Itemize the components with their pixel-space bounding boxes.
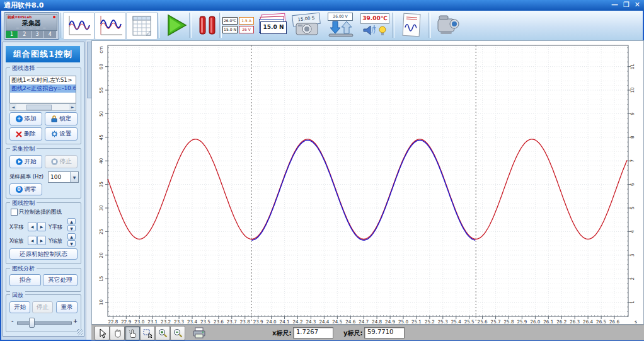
pan-tool-button[interactable] <box>125 326 140 340</box>
start-acquisition-button[interactable] <box>160 12 192 38</box>
channel-tab-1[interactable]: 1 <box>6 31 18 38</box>
scroll-thumb[interactable] <box>26 105 52 110</box>
replay-stop-label: 停止 <box>37 303 49 311</box>
svg-text:s: s <box>635 319 637 324</box>
svg-text:45: 45 <box>98 134 104 140</box>
svg-text:23.2: 23.2 <box>161 319 171 324</box>
x-pan-right-button[interactable]: ▶ <box>37 222 46 231</box>
svg-text:25.6: 25.6 <box>478 319 488 324</box>
only-selected-checkbox[interactable] <box>11 209 18 216</box>
svg-text:23.1: 23.1 <box>147 319 158 324</box>
curve-list-item[interactable]: 图线1<X:时间,左Y:S1> <box>10 76 76 84</box>
reset-view-button[interactable]: 还原初始控制状态 <box>9 248 78 260</box>
svg-text:15: 15 <box>98 276 104 282</box>
collector-device-button[interactable]: 朗威®DISLab 采集器 — — — — — 1 2 3 4 <box>4 12 59 40</box>
svg-text:25.7: 25.7 <box>491 319 501 324</box>
close-button[interactable]: ✕ <box>635 1 640 9</box>
svg-text:26.4: 26.4 <box>583 319 593 324</box>
delete-curve-button[interactable]: 删除 <box>9 127 42 141</box>
replay-start-label: 开始 <box>14 303 26 311</box>
fit-label: 拟合 <box>20 276 32 284</box>
scroll-left-icon[interactable]: ◄ <box>10 104 16 110</box>
zero-button[interactable]: 0 调零 <box>9 183 42 195</box>
select-tool-button[interactable] <box>95 326 110 340</box>
replay-start-button[interactable]: 开始 <box>9 301 30 313</box>
replay-slider-thumb[interactable] <box>29 318 35 328</box>
combo-dropdown-icon[interactable]: ▼ <box>70 172 78 182</box>
lock-label: 锁定 <box>59 115 71 123</box>
svg-text:5: 5 <box>630 207 635 210</box>
graph-window-button[interactable] <box>95 12 126 40</box>
svg-text:9: 9 <box>630 112 635 115</box>
chart-area[interactable]: 22.822.923.023.123.223.323.423.523.623.7… <box>91 40 644 325</box>
settings-curve-button[interactable]: 设置 <box>45 127 78 141</box>
curve-list[interactable]: 图线1<X:时间,左Y:S1> 图线2<正弦拟合y=-10.6195*s <box>9 76 76 103</box>
report-button[interactable] <box>396 12 427 38</box>
lock-curve-button[interactable]: 锁定 <box>45 112 78 125</box>
y-ruler-value[interactable]: 59.7710 <box>364 327 405 338</box>
svg-text:26.5: 26.5 <box>596 319 606 324</box>
maximize-button[interactable]: ❐ <box>623 1 630 9</box>
zoom-region-tool-button[interactable] <box>140 326 155 340</box>
channel-tab-2[interactable]: 2 <box>18 31 30 38</box>
curve-list-item-selected[interactable]: 图线2<正弦拟合y=-10.6195*s <box>10 84 76 93</box>
channel-tab-3[interactable]: 3 <box>32 31 43 38</box>
combined-graph-button[interactable] <box>63 12 95 40</box>
svg-text:23.9: 23.9 <box>253 319 263 324</box>
svg-text:4: 4 <box>630 230 635 233</box>
channel-tab-4[interactable]: 4 <box>44 31 56 38</box>
collector-screen: 朗威®DISLab 采集器 — — — — — <box>6 14 57 31</box>
svg-text:22.9: 22.9 <box>121 319 131 324</box>
replay-stop-button[interactable]: 停止 <box>32 301 53 313</box>
meters-window-button[interactable]: 26.0℃ 1.5 A 15.0 N 26 V <box>222 12 255 38</box>
y-pan-down-button[interactable]: ▼ <box>67 225 76 231</box>
pause-acquisition-button[interactable] <box>192 12 223 38</box>
table-window-button[interactable] <box>126 12 158 40</box>
big-meter-button[interactable]: 15.0 N <box>256 12 289 38</box>
other-processing-button[interactable]: 其它处理 <box>43 274 78 286</box>
meters-icon: 26.0℃ 1.5 A 15.0 N 26 V <box>222 17 254 33</box>
gear-icon <box>51 130 58 137</box>
svg-text:23.0: 23.0 <box>134 319 144 324</box>
group-acquisition-label: 采集控制 <box>10 145 37 153</box>
svg-text:24.3: 24.3 <box>306 319 316 324</box>
x-zoom-in-button[interactable]: ▶ <box>37 236 46 245</box>
only-selected-label: 只控制选择的图线 <box>19 209 62 216</box>
acq-stop-button[interactable]: 停止 <box>45 155 78 168</box>
print-button[interactable] <box>190 325 209 340</box>
hand-icon <box>112 328 123 338</box>
fit-button[interactable]: 拟合 <box>9 274 41 286</box>
add-curve-button[interactable]: + 添加 <box>9 112 42 125</box>
meter-volt: 26 V <box>239 26 254 33</box>
zoom-out-tool-button[interactable] <box>170 326 185 340</box>
data-transfer-button[interactable]: 26.00 V <box>324 12 357 38</box>
svg-text:11: 11 <box>630 64 635 69</box>
replay-rerecord-button[interactable]: 重录 <box>56 301 78 313</box>
svg-text:24.6: 24.6 <box>345 319 355 324</box>
video-button[interactable] <box>431 12 464 38</box>
minimize-button[interactable]: — <box>611 1 618 9</box>
y-zoom-up-button[interactable]: ▲ <box>67 233 76 240</box>
y-pan-up-button[interactable]: ▲ <box>67 218 76 224</box>
scroll-right-icon[interactable]: ► <box>69 104 76 110</box>
sample-rate-combobox[interactable]: 100 ▼ <box>48 171 79 183</box>
snapshot-button[interactable]: 15.00 S <box>290 12 323 38</box>
x-ruler-value[interactable]: 1.7267 <box>293 327 333 338</box>
chart-svg[interactable]: 22.822.923.023.123.223.323.423.523.623.7… <box>92 41 643 324</box>
curve-list-hscrollbar[interactable]: ◄ ► <box>9 103 76 111</box>
x-pan-left-button[interactable]: ◀ <box>28 222 37 231</box>
panel-resize-grip[interactable] <box>77 329 83 335</box>
replay-slider-track[interactable] <box>17 321 72 325</box>
svg-text:23.3: 23.3 <box>174 319 184 324</box>
svg-text:cm: cm <box>98 46 104 53</box>
temp-control-button[interactable]: 39.00℃ <box>358 12 391 38</box>
acq-start-button[interactable]: 开始 <box>9 155 42 168</box>
zoom-in-tool-button[interactable] <box>155 326 170 340</box>
grab-tool-button[interactable] <box>110 326 125 340</box>
y-zoom-down-button[interactable]: ▼ <box>67 240 76 246</box>
svg-text:26.3: 26.3 <box>570 319 580 324</box>
svg-text:24.7: 24.7 <box>359 319 369 324</box>
group-curve-control: 图线控制 只控制选择的图线 X平移 ◀ ▶ Y平移 ▲ ▼ X缩放 ◀ ▶ Y缩… <box>6 202 81 264</box>
svg-text:50: 50 <box>98 110 104 117</box>
x-zoom-out-button[interactable]: ◀ <box>28 236 37 245</box>
